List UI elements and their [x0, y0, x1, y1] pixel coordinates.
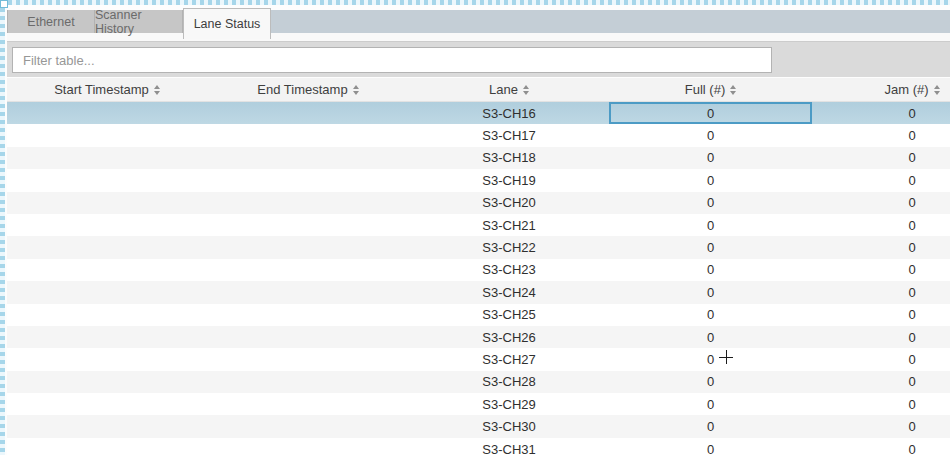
table-row[interactable]: S3-CH1800 — [7, 147, 950, 169]
table-row[interactable]: S3-CH1700 — [7, 124, 950, 146]
cell-jam[interactable]: 0 — [812, 147, 950, 169]
tab-ethernet[interactable]: Ethernet — [7, 10, 95, 33]
cell-full[interactable]: 0 — [609, 348, 812, 370]
cell-jam[interactable]: 0 — [812, 415, 950, 437]
cell-start[interactable] — [7, 147, 207, 169]
cell-jam[interactable]: 0 — [812, 281, 950, 303]
cell-start[interactable] — [7, 236, 207, 258]
table-row[interactable]: S3-CH2900 — [7, 393, 950, 415]
cell-lane[interactable]: S3-CH28 — [409, 371, 609, 393]
cell-full[interactable]: 0 — [609, 124, 812, 146]
table-row[interactable]: S3-CH2300 — [7, 259, 950, 281]
column-header-start-timestamp[interactable]: Start Timestamp — [7, 78, 207, 101]
table-row[interactable]: S3-CH2100 — [7, 214, 950, 236]
column-header-lane[interactable]: Lane — [409, 78, 609, 101]
cell-jam[interactable]: 0 — [812, 304, 950, 326]
cell-end[interactable] — [207, 415, 409, 437]
cell-lane[interactable]: S3-CH20 — [409, 192, 609, 214]
cell-end[interactable] — [207, 236, 409, 258]
cell-full[interactable]: 0 — [609, 371, 812, 393]
cell-jam[interactable]: 0 — [812, 326, 950, 348]
cell-jam[interactable]: 0 — [812, 236, 950, 258]
cell-end[interactable] — [207, 393, 409, 415]
cell-start[interactable] — [7, 281, 207, 303]
cell-jam[interactable]: 0 — [812, 102, 950, 124]
cell-lane[interactable]: S3-CH26 — [409, 326, 609, 348]
cell-lane[interactable]: S3-CH29 — [409, 393, 609, 415]
column-header-end-timestamp[interactable]: End Timestamp — [207, 78, 409, 101]
cell-full[interactable]: 0 — [609, 214, 812, 236]
cell-end[interactable] — [207, 326, 409, 348]
table-row[interactable]: S3-CH2600 — [7, 326, 950, 348]
tab-scanner-history[interactable]: Scanner History — [95, 10, 183, 33]
cell-end[interactable] — [207, 147, 409, 169]
cell-end[interactable] — [207, 259, 409, 281]
table-row[interactable]: S3-CH1900 — [7, 169, 950, 191]
cell-end[interactable] — [207, 304, 409, 326]
cell-start[interactable] — [7, 438, 207, 455]
table-row[interactable]: S3-CH2400 — [7, 281, 950, 303]
cell-lane[interactable]: S3-CH24 — [409, 281, 609, 303]
cell-lane[interactable]: S3-CH21 — [409, 214, 609, 236]
cell-start[interactable] — [7, 214, 207, 236]
cell-jam[interactable]: 0 — [812, 393, 950, 415]
cell-jam[interactable]: 0 — [812, 192, 950, 214]
cell-full[interactable]: 0 — [609, 438, 812, 455]
cell-jam[interactable]: 0 — [812, 124, 950, 146]
table-row[interactable]: S3-CH2000 — [7, 192, 950, 214]
cell-full[interactable]: 0 — [609, 102, 812, 124]
cell-start[interactable] — [7, 393, 207, 415]
table-row[interactable]: S3-CH3100 — [7, 438, 950, 455]
cell-lane[interactable]: S3-CH18 — [409, 147, 609, 169]
cell-end[interactable] — [207, 124, 409, 146]
cell-jam[interactable]: 0 — [812, 348, 950, 370]
table-row[interactable]: S3-CH3000 — [7, 415, 950, 437]
cell-end[interactable] — [207, 169, 409, 191]
cell-start[interactable] — [7, 326, 207, 348]
table-row[interactable]: S3-CH2800 — [7, 371, 950, 393]
table-row[interactable]: S3-CH1600 — [7, 102, 950, 124]
cell-end[interactable] — [207, 438, 409, 455]
cell-full[interactable]: 0 — [609, 393, 812, 415]
cell-lane[interactable]: S3-CH22 — [409, 236, 609, 258]
cell-start[interactable] — [7, 415, 207, 437]
cell-jam[interactable]: 0 — [812, 169, 950, 191]
cell-full[interactable]: 0 — [609, 169, 812, 191]
cell-jam[interactable]: 0 — [812, 214, 950, 236]
cell-full[interactable]: 0 — [609, 281, 812, 303]
cell-start[interactable] — [7, 124, 207, 146]
cell-end[interactable] — [207, 214, 409, 236]
filter-input[interactable] — [12, 47, 772, 73]
cell-lane[interactable]: S3-CH30 — [409, 415, 609, 437]
cell-lane[interactable]: S3-CH27 — [409, 348, 609, 370]
cell-full[interactable]: 0 — [609, 326, 812, 348]
cell-end[interactable] — [207, 192, 409, 214]
column-header-jam[interactable]: Jam (#) — [812, 78, 950, 101]
cell-full[interactable]: 0 — [609, 147, 812, 169]
table-row[interactable]: S3-CH2500 — [7, 304, 950, 326]
column-header-full[interactable]: Full (#) — [609, 78, 812, 101]
cell-full[interactable]: 0 — [609, 236, 812, 258]
cell-start[interactable] — [7, 304, 207, 326]
cell-full[interactable]: 0 — [609, 304, 812, 326]
cell-end[interactable] — [207, 348, 409, 370]
cell-start[interactable] — [7, 259, 207, 281]
tab-lane-status[interactable]: Lane Status — [183, 8, 271, 39]
cell-jam[interactable]: 0 — [812, 371, 950, 393]
cell-start[interactable] — [7, 348, 207, 370]
cell-end[interactable] — [207, 102, 409, 124]
cell-lane[interactable]: S3-CH16 — [409, 102, 609, 124]
selection-handle[interactable] — [0, 0, 8, 8]
cell-full[interactable]: 0 — [609, 259, 812, 281]
cell-end[interactable] — [207, 281, 409, 303]
cell-start[interactable] — [7, 371, 207, 393]
cell-lane[interactable]: S3-CH17 — [409, 124, 609, 146]
table-row[interactable]: S3-CH2700 — [7, 348, 950, 370]
cell-start[interactable] — [7, 102, 207, 124]
cell-full[interactable]: 0 — [609, 192, 812, 214]
cell-jam[interactable]: 0 — [812, 259, 950, 281]
cell-lane[interactable]: S3-CH19 — [409, 169, 609, 191]
cell-start[interactable] — [7, 169, 207, 191]
cell-end[interactable] — [207, 371, 409, 393]
cell-start[interactable] — [7, 192, 207, 214]
